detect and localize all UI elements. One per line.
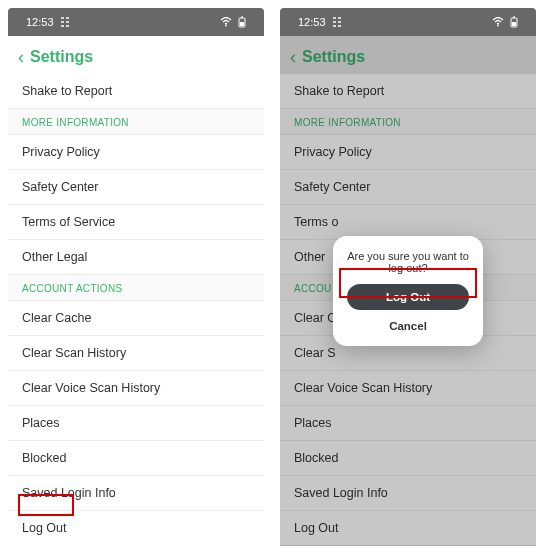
row-other-legal[interactable]: Other Legal (8, 240, 264, 274)
logout-modal: Are you sure you want to log out? Log Ou… (333, 236, 483, 346)
status-time: 12:53 (298, 16, 326, 28)
modal-message: Are you sure you want to log out? (343, 250, 473, 274)
row-clear-scan-history[interactable]: Clear Scan History (8, 336, 264, 370)
cast-icon (332, 17, 342, 27)
row-places[interactable]: Places (8, 406, 264, 440)
phone-right: 12:53 ‹ Settings Shake to Report MORE IN… (280, 8, 536, 546)
battery-icon (238, 16, 246, 28)
svg-rect-6 (512, 22, 516, 26)
statusbar: 12:53 (8, 8, 264, 36)
row-blocked[interactable]: Blocked (8, 441, 264, 475)
wifi-icon (220, 17, 232, 27)
settings-list: Shake to Report MORE INFORMATION Privacy… (8, 74, 264, 546)
status-time: 12:53 (26, 16, 54, 28)
phone-left: 12:53 ‹ Settings Shake to Report MORE IN… (8, 8, 264, 546)
row-privacy-policy[interactable]: Privacy Policy (8, 135, 264, 169)
svg-point-4 (497, 25, 499, 27)
row-safety-center[interactable]: Safety Center (8, 170, 264, 204)
wifi-icon (492, 17, 504, 27)
back-chevron-icon[interactable]: ‹ (18, 48, 24, 66)
page-title: Settings (30, 48, 93, 66)
header: ‹ Settings (8, 36, 264, 74)
row-clear-voice-scan-history[interactable]: Clear Voice Scan History (8, 371, 264, 405)
battery-icon (510, 16, 518, 28)
svg-point-0 (225, 25, 227, 27)
modal-backdrop: Are you sure you want to log out? Log Ou… (280, 36, 536, 546)
modal-logout-button[interactable]: Log Out (347, 284, 469, 310)
modal-cancel-button[interactable]: Cancel (343, 318, 473, 334)
svg-rect-2 (240, 22, 244, 26)
row-saved-login-info[interactable]: Saved Login Info (8, 476, 264, 510)
svg-rect-3 (241, 17, 243, 19)
row-terms-of-service[interactable]: Terms of Service (8, 205, 264, 239)
statusbar: 12:53 (280, 8, 536, 36)
svg-rect-7 (513, 17, 515, 19)
row-shake-to-report[interactable]: Shake to Report (8, 74, 264, 108)
row-clear-cache[interactable]: Clear Cache (8, 301, 264, 335)
section-account-actions: ACCOUNT ACTIONS (8, 274, 264, 301)
footer: Snapchat v11.76.0.33 Made in Los Angeles (8, 545, 264, 546)
row-log-out[interactable]: Log Out (8, 511, 264, 545)
section-more-information: MORE INFORMATION (8, 108, 264, 135)
cast-icon (60, 17, 70, 27)
